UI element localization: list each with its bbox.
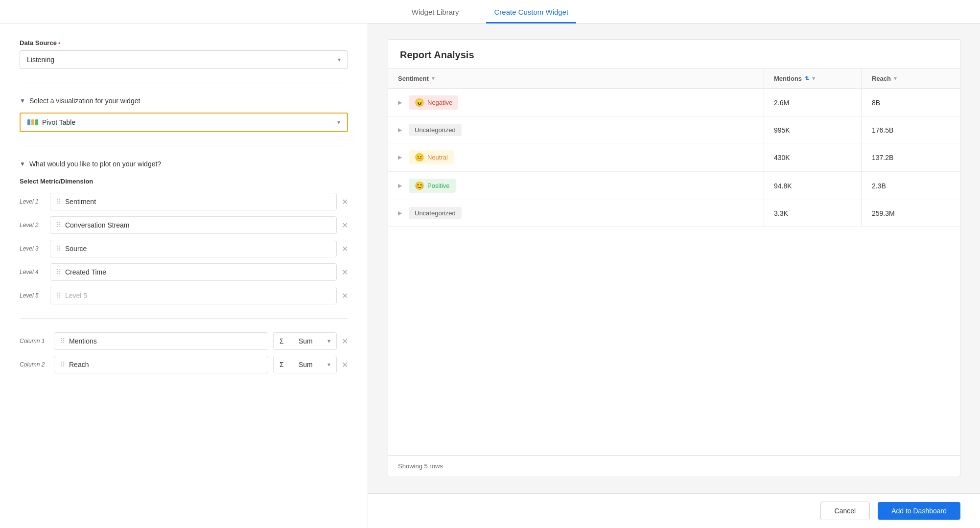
td-sentiment-4: ▶ Uncategorized [388,200,764,226]
level-1-close-button[interactable]: ✕ [342,197,348,207]
sentiment-label-0: Negative [427,99,452,106]
level-3-close-button[interactable]: ✕ [342,244,348,253]
drag-icon-2: ⠿ [56,221,61,229]
column-1-close-button[interactable]: ✕ [342,337,348,346]
level-1-input[interactable]: ⠿ Sentiment [50,193,337,210]
data-source-label: Data Source• [20,39,348,46]
level-1-value: Sentiment [65,198,96,206]
table-row: ▶ Uncategorized 995K 176.5B [388,117,960,143]
negative-emoji: 😠 [415,98,424,107]
level-4-input[interactable]: ⠿ Created Time [50,263,337,281]
sum-symbol-2: Σ [280,361,284,368]
level-5-label: Level 5 [20,292,45,299]
expand-arrow-1[interactable]: ▶ [398,127,402,133]
expand-arrow-2[interactable]: ▶ [398,154,402,161]
sentiment-label-3: Positive [427,182,450,189]
metric-header[interactable]: ▼ What would you like to plot on your wi… [20,160,348,168]
level-4-close-button[interactable]: ✕ [342,268,348,277]
level-2-close-button[interactable]: ✕ [342,221,348,230]
mentions-filter-icon[interactable]: ▾ [812,75,815,82]
visualization-header[interactable]: ▼ Select a visualization for your widget [20,97,348,105]
agg-2-chevron-icon: ▾ [327,361,330,368]
reach-value-2: 137.2B [872,154,893,161]
column-1-value: Mentions [69,337,97,345]
td-mentions-3: 94.8K [764,172,862,200]
level-5-close-button[interactable]: ✕ [342,291,348,300]
metric-section-label: What would you like to plot on your widg… [29,160,161,168]
sentiment-badge-0: 😠 Negative [409,95,458,110]
td-reach-0: 8B [862,89,960,116]
level-3-input[interactable]: ⠿ Source [50,240,337,257]
drag-icon-col2: ⠿ [60,361,65,368]
report-title: Report Analysis [388,40,960,69]
table-row: ▶ Uncategorized 3.3K 259.3M [388,200,960,227]
table-footer: Showing 5 rows [388,455,960,477]
sentiment-badge-1: Uncategorized [409,124,462,136]
mentions-value-2: 430K [774,154,790,161]
tab-create-custom-widget[interactable]: Create Custom Widget [486,2,576,23]
right-panel: Report Analysis Sentiment ▾ Mentions ⇅ ▾… [368,23,980,528]
sentiment-badge-3: 😊 Positive [409,179,456,193]
expand-arrow-4[interactable]: ▶ [398,210,402,216]
pivot-table-icon [27,119,38,125]
reach-value-4: 259.3M [872,209,895,217]
collapse-arrow-icon: ▼ [20,97,25,104]
left-panel: Data Source• Listening ▾ ▼ Select a visu… [0,23,368,528]
neutral-emoji: 😐 [415,153,424,162]
column-2-close-button[interactable]: ✕ [342,360,348,369]
column-2-row: Column 2 ⠿ Reach Σ Sum ▾ ✕ [20,356,348,373]
metric-collapse-arrow-icon: ▼ [20,161,25,167]
level-3-row: Level 3 ⠿ Source ✕ [20,240,348,257]
sum-symbol-1: Σ [280,337,284,345]
mentions-value-1: 995K [774,126,790,134]
td-sentiment-1: ▶ Uncategorized [388,117,764,143]
mentions-value-4: 3.3K [774,209,788,217]
column-2-agg-value: Sum [299,361,313,368]
metric-content: Select Metric/Dimension Level 1 ⠿ Sentim… [20,178,348,373]
td-sentiment-2: ▶ 😐 Neutral [388,143,764,171]
sentiment-filter-icon[interactable]: ▾ [432,75,435,82]
table-row: ▶ 😊 Positive 94.8K 2.3B [388,172,960,200]
column-2-agg-select[interactable]: Σ Sum ▾ [273,356,337,373]
level-2-value: Conversation Stream [65,221,130,229]
mentions-sort-icon[interactable]: ⇅ [805,75,809,82]
column-1-agg-value: Sum [299,337,313,345]
th-sentiment: Sentiment ▾ [388,69,764,88]
sentiment-label-2: Neutral [427,154,448,161]
metric-section: ▼ What would you like to plot on your wi… [20,160,348,373]
level-3-value: Source [65,245,87,253]
column-2-value: Reach [69,361,89,368]
td-mentions-4: 3.3K [764,200,862,226]
level-2-input[interactable]: ⠿ Conversation Stream [50,216,337,234]
reach-value-1: 176.5B [872,126,893,134]
report-card: Report Analysis Sentiment ▾ Mentions ⇅ ▾… [388,39,960,477]
level-4-row: Level 4 ⠿ Created Time ✕ [20,263,348,281]
level-1-row: Level 1 ⠿ Sentiment ✕ [20,193,348,210]
td-sentiment-3: ▶ 😊 Positive [388,172,764,200]
level-3-label: Level 3 [20,245,45,252]
expand-arrow-3[interactable]: ▶ [398,183,402,189]
table-body: ▶ 😠 Negative 2.6M 8B [388,89,960,455]
reach-header-label: Reach [872,75,891,82]
column-1-input[interactable]: ⠿ Mentions [54,332,268,350]
th-reach: Reach ▾ [862,69,960,88]
section-divider-1 [20,83,348,83]
td-reach-2: 137.2B [862,143,960,171]
mentions-value-0: 2.6M [774,99,789,107]
data-source-select[interactable]: Listening ▾ [20,50,348,69]
cancel-button[interactable]: Cancel [820,502,870,520]
level-5-input[interactable]: ⠿ Level 5 [50,287,337,304]
drag-icon-4: ⠿ [56,268,61,276]
tab-widget-library[interactable]: Widget Library [404,2,467,23]
expand-arrow-0[interactable]: ▶ [398,99,402,106]
drag-icon-5: ⠿ [56,292,61,299]
add-to-dashboard-button[interactable]: Add to Dashboard [878,502,960,520]
reach-filter-icon[interactable]: ▾ [894,75,897,82]
visualization-type-select[interactable]: Pivot Table ▾ [20,113,348,132]
bottom-bar: Cancel Add to Dashboard [368,493,980,528]
column-1-agg-select[interactable]: Σ Sum ▾ [273,332,337,350]
column-2-input[interactable]: ⠿ Reach [54,356,268,373]
column-1-label: Column 1 [20,338,49,344]
level-4-value: Created Time [65,268,106,276]
td-mentions-2: 430K [764,143,862,171]
